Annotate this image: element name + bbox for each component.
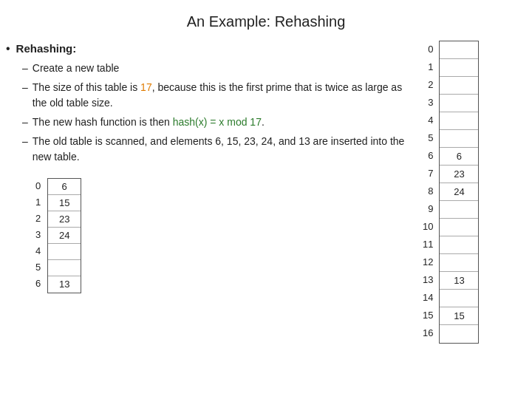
dash-icon: – (22, 134, 28, 149)
new-cell-9 (440, 201, 478, 219)
old-label-3: 3 (35, 227, 43, 243)
new-label-14: 14 (423, 289, 435, 307)
new-table: 0 1 2 3 4 5 6 7 8 9 10 11 12 13 14 15 16… (423, 41, 526, 344)
old-label-4: 4 (35, 243, 43, 259)
old-label-2: 2 (35, 211, 43, 227)
new-label-5: 5 (428, 129, 435, 147)
new-cell-5 (440, 130, 478, 148)
old-label-6: 6 (35, 276, 43, 292)
new-label-11: 11 (423, 236, 435, 253)
new-cell-15: 15 (440, 307, 478, 325)
new-cell-10 (440, 219, 478, 236)
new-cell-2 (440, 77, 478, 95)
new-label-9: 9 (428, 200, 435, 218)
new-label-8: 8 (428, 183, 435, 200)
old-cell-4 (48, 244, 81, 260)
highlight-hash: hash(x) = x mod 17 (173, 116, 262, 128)
old-cell-5 (48, 260, 81, 276)
sub-text-2: The size of this table is 17, because th… (33, 80, 417, 111)
old-cell-0: 6 (48, 179, 81, 195)
new-cell-3 (440, 95, 478, 112)
new-label-2: 2 (428, 76, 435, 94)
new-label-6: 6 (428, 147, 435, 165)
new-label-12: 12 (423, 253, 435, 271)
new-cell-13: 13 (440, 272, 478, 290)
old-table-cells: 6 15 23 24 13 (47, 178, 81, 293)
old-label-5: 5 (35, 259, 43, 276)
new-cell-8: 24 (440, 183, 478, 201)
old-table: 0 1 2 3 4 5 6 6 15 23 24 13 (35, 178, 81, 293)
list-item: – The size of this table is 17, because … (22, 80, 417, 111)
old-cell-1: 15 (48, 195, 81, 211)
bullet-main-label: Rehashing: (16, 41, 77, 58)
new-label-0: 0 (428, 41, 435, 58)
new-label-15: 15 (423, 307, 435, 324)
new-label-13: 13 (423, 271, 435, 289)
old-cell-2: 23 (48, 211, 81, 228)
new-cell-14 (440, 290, 478, 307)
new-table-cells: 6 23 24 13 15 (439, 41, 479, 344)
dash-icon: – (22, 115, 28, 130)
sub-text-3: The new hash function is then hash(x) = … (33, 115, 265, 130)
highlight-17: 17 (140, 81, 152, 93)
old-label-0: 0 (35, 178, 43, 194)
list-item: – The new hash function is then hash(x) … (22, 115, 417, 130)
new-cell-12 (440, 254, 478, 272)
new-label-16: 16 (423, 324, 435, 342)
new-cell-7: 23 (440, 166, 478, 183)
new-label-4: 4 (428, 112, 435, 129)
new-cell-6: 6 (440, 148, 478, 166)
new-cell-4 (440, 112, 478, 130)
new-cell-11 (440, 236, 478, 254)
new-label-1: 1 (428, 58, 435, 76)
bullet-dot: • (6, 41, 10, 57)
new-cell-1 (440, 59, 478, 77)
old-label-1: 1 (35, 194, 43, 211)
dash-icon: – (22, 61, 28, 76)
old-table-labels: 0 1 2 3 4 5 6 (35, 178, 43, 292)
list-item: – The old table is scanned, and elements… (22, 134, 417, 165)
old-cell-3: 24 (48, 228, 81, 244)
new-label-3: 3 (428, 94, 435, 112)
list-item: – Create a new table (22, 61, 417, 76)
old-cell-6: 13 (48, 276, 81, 293)
sub-text-1: Create a new table (33, 61, 120, 76)
dash-icon: – (22, 80, 28, 95)
new-cell-16 (440, 325, 478, 343)
new-table-labels: 0 1 2 3 4 5 6 7 8 9 10 11 12 13 14 15 16 (423, 41, 435, 342)
new-label-10: 10 (423, 218, 435, 236)
new-label-7: 7 (428, 165, 435, 183)
new-cell-0 (440, 41, 478, 59)
page-title: An Example: Rehashing (0, 0, 532, 41)
sub-text-4: The old table is scanned, and elements 6… (33, 134, 417, 165)
